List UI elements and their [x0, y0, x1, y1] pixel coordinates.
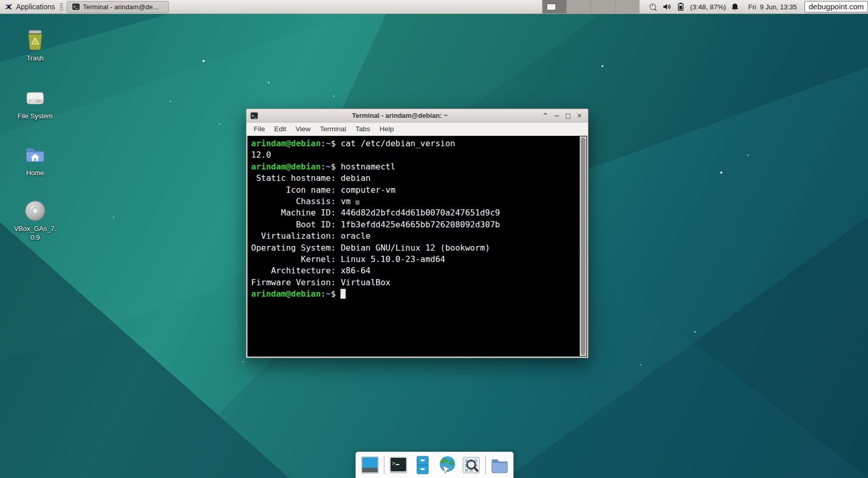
desktop: Applications >_ Terminal - arindam@de...…	[0, 0, 868, 478]
desktop-icon-file-system[interactable]: File System	[10, 86, 60, 121]
top-panel: Applications >_ Terminal - arindam@de...…	[0, 0, 868, 14]
xfce-logo-icon	[4, 3, 13, 11]
desktop-icon-label: File System	[18, 112, 53, 121]
terminal-line: Icon name: computer-vm	[251, 184, 577, 196]
terminal-scrollbar[interactable]	[580, 136, 586, 356]
menu-file[interactable]: File	[249, 124, 270, 134]
dock-app-finder-button[interactable]	[461, 455, 482, 475]
desktop-icon-label: VBox_GAs_7.0.9	[14, 225, 56, 242]
taskbar-window-label: Terminal - arindam@de...	[83, 3, 159, 11]
terminal-line: Virtualization: oracle	[251, 230, 577, 242]
terminal-screen[interactable]: arindam@debian:~$ cat /etc/debian_versio…	[247, 136, 587, 357]
terminal-icon: >_	[250, 111, 259, 120]
desktop-icon-label: Home	[26, 169, 44, 178]
menu-edit[interactable]: Edit	[270, 124, 291, 134]
svg-text:>_: >_	[252, 113, 257, 118]
window-titlebar[interactable]: >_ Terminal - arindam@debian: ~ ^−□✕	[246, 109, 588, 122]
applications-label: Applications	[16, 3, 55, 11]
terminal-icon: >	[388, 455, 409, 475]
terminal-line: Machine ID: 446d82d2bfcd4d61b0070a247651…	[251, 207, 577, 219]
maximize-button[interactable]: □	[564, 111, 572, 120]
terminal-line: Boot ID: 1fb3efdd425e4665bb726208092d307…	[251, 219, 577, 230]
terminal-output[interactable]: arindam@debian:~$ cat /etc/debian_versio…	[251, 138, 577, 357]
terminal-line: arindam@debian:~$ cat /etc/debian_versio…	[251, 138, 577, 149]
home-folder-icon	[23, 143, 48, 167]
shade-button[interactable]: ^	[541, 111, 550, 120]
dock: >	[355, 452, 514, 478]
workspace-2[interactable]	[567, 0, 591, 13]
system-tray: (3:48, 87%) Fri 9 Jun, 13:35 debugpoint.…	[648, 0, 868, 13]
volume-icon[interactable]	[662, 2, 672, 11]
minimize-button[interactable]: −	[552, 111, 561, 120]
menu-bar: FileEditViewTerminalTabsHelp	[246, 122, 588, 136]
panel-clock[interactable]: Fri 9 Jun, 13:35	[748, 3, 797, 11]
terminal-line: arindam@debian:~$ hostnamectl	[251, 161, 577, 173]
dock-file-manager-button[interactable]	[489, 455, 510, 475]
terminal-line: Static hostname: debian	[251, 173, 577, 184]
terminal-line: Firmware Version: VirtualBox	[251, 277, 577, 288]
dock-file-cabinet-button[interactable]	[412, 455, 433, 475]
show-desktop-icon	[360, 455, 380, 475]
trash-icon	[23, 28, 48, 53]
terminal-icon: >_	[72, 3, 80, 11]
terminal-cursor	[340, 289, 346, 299]
terminal-line: arindam@debian:~$	[251, 288, 577, 300]
svg-text:>_: >_	[73, 4, 78, 9]
menu-tabs[interactable]: Tabs	[351, 124, 375, 134]
vbox-mouse-integration-icon[interactable]	[648, 2, 658, 12]
dock-web-browser-button[interactable]	[437, 455, 457, 475]
terminal-line: 12.0	[251, 149, 577, 161]
hard-drive-icon	[23, 86, 48, 111]
dock-show-desktop-button[interactable]	[360, 455, 380, 475]
dock-separator	[485, 456, 486, 474]
terminal-line: Architecture: x86-64	[251, 265, 577, 276]
workspace-4[interactable]	[615, 0, 639, 13]
battery-status-text: (3:48, 87%)	[690, 3, 726, 11]
workspace-1[interactable]	[542, 0, 567, 13]
taskbar-window-button[interactable]: >_ Terminal - arindam@de...	[67, 1, 169, 13]
terminal-line: Kernel: Linux 5.10.0-23-amd64	[251, 254, 577, 265]
close-button[interactable]: ✕	[575, 111, 584, 120]
terminal-window: >_ Terminal - arindam@debian: ~ ^−□✕ Fil…	[246, 109, 588, 358]
window-title: Terminal - arindam@debian: ~	[259, 112, 541, 119]
workspace-switcher	[542, 0, 640, 13]
globe-icon	[437, 455, 457, 475]
battery-icon[interactable]	[676, 2, 686, 11]
menu-view[interactable]: View	[291, 124, 315, 134]
workspace-window-thumb	[547, 4, 556, 10]
file-cabinet-icon	[412, 455, 433, 475]
cd-disc-icon	[23, 198, 48, 223]
desktop-icon-trash[interactable]: Trash	[10, 28, 60, 63]
watermark-label: debugpoint.com	[804, 1, 868, 12]
dock-terminal-button[interactable]: >	[388, 455, 409, 475]
terminal-line: Operating System: Debian GNU/Linux 12 (b…	[251, 242, 577, 254]
applications-menu-button[interactable]: Applications	[0, 0, 58, 13]
desktop-icon-label: Trash	[27, 54, 44, 63]
notification-bell-icon[interactable]	[731, 3, 739, 11]
desktop-icon-home[interactable]: Home	[10, 143, 60, 178]
menu-help[interactable]: Help	[375, 124, 399, 134]
folder-icon	[489, 455, 510, 475]
workspace-3[interactable]	[591, 0, 615, 13]
panel-handle[interactable]	[60, 3, 63, 11]
app-finder-icon	[461, 455, 482, 475]
svg-text:>: >	[392, 460, 395, 466]
dock-separator	[384, 456, 384, 474]
terminal-line: Chassis: vm ▤	[251, 196, 577, 207]
window-controls: ^−□✕	[541, 111, 584, 120]
scrollbar-thumb[interactable]	[581, 137, 585, 355]
desktop-icon-vbox-gas-cd[interactable]: VBox_GAs_7.0.9	[10, 198, 60, 242]
menu-terminal[interactable]: Terminal	[315, 124, 351, 134]
